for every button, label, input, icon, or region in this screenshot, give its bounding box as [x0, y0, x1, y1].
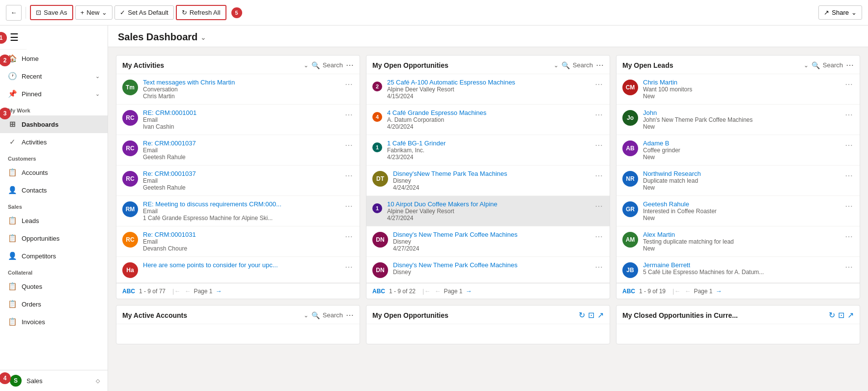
list-item[interactable]: JB Jermaine Berrett 5 Café Lite Espresso…	[616, 257, 860, 283]
opportunities-more-icon[interactable]: ⋯	[596, 60, 604, 70]
list-item[interactable]: Jo John John's New Theme Park Coffee Mac…	[616, 105, 860, 135]
item-more-icon[interactable]: ⋯	[844, 79, 854, 90]
item-sub1: Want 100 monitors	[643, 86, 839, 93]
activities-search-icon[interactable]: 🔍	[311, 61, 320, 69]
list-item[interactable]: DN Disney's New Theme Park Coffee Machin…	[366, 257, 610, 283]
sidebar-footer-sales[interactable]: S Sales ◇	[0, 370, 108, 391]
active-accounts-more-icon[interactable]: ⋯	[346, 310, 354, 320]
list-item[interactable]: RM RE: Meeting to discuss requirements C…	[116, 196, 360, 226]
opportunities-search-label[interactable]: Search	[573, 61, 593, 69]
next-page-icon[interactable]: →	[214, 287, 223, 295]
prev-page-icon[interactable]: ←	[433, 287, 442, 295]
list-item[interactable]: DT Disney'sNew Theme Park Tea Machines D…	[366, 166, 610, 196]
list-item[interactable]: DN Disney's New Theme Park Coffee Machin…	[366, 226, 610, 257]
item-more-icon[interactable]: ⋯	[344, 140, 354, 151]
dashboard-chevron-icon[interactable]: ⌄	[200, 33, 206, 41]
opp-expand-icon[interactable]: ⊡	[588, 310, 594, 320]
item-more-icon[interactable]: ⋯	[844, 231, 854, 242]
leads-search-icon[interactable]: 🔍	[812, 61, 820, 69]
closed-opp-open-icon[interactable]: ↗	[847, 310, 854, 320]
prev-page-icon[interactable]: ←	[183, 287, 192, 295]
sidebar-item-leads[interactable]: 📋 Leads	[0, 212, 108, 229]
sidebar-item-accounts[interactable]: 📋 Accounts	[0, 164, 108, 181]
list-item[interactable]: RC Re: CRM:0001037 Email Geetesh Rahule …	[116, 166, 360, 196]
first-page-icon[interactable]: |←	[171, 287, 181, 295]
list-item[interactable]: Tm Text messages with Chris Martin Conve…	[116, 74, 360, 105]
list-item[interactable]: RC RE: CRM:0001001 Email Ivan Cashin ⋯	[116, 105, 360, 135]
opp-refresh-icon[interactable]: ↻	[579, 310, 585, 320]
list-item[interactable]: CM Chris Martin Want 100 monitors New ⋯	[616, 74, 860, 105]
first-page-icon[interactable]: |←	[421, 287, 431, 295]
opportunities-search-icon[interactable]: 🔍	[561, 61, 570, 69]
opp-open-icon[interactable]: ↗	[597, 310, 604, 320]
activities-abc-link[interactable]: ABC	[122, 288, 135, 295]
item-more-icon[interactable]: ⋯	[344, 200, 354, 212]
list-item[interactable]: GR Geetesh Rahule Interested in Coffee R…	[616, 196, 860, 226]
save-as-button[interactable]: ⊡ Save As	[30, 5, 73, 20]
share-button[interactable]: ↗ Share ⌄	[818, 5, 862, 20]
leads-more-icon[interactable]: ⋯	[846, 60, 854, 70]
toolbar-separator	[26, 7, 26, 19]
sidebar-item-opportunities[interactable]: 📋 Opportunities	[0, 229, 108, 247]
item-more-icon[interactable]: ⋯	[594, 140, 604, 151]
activities-more-icon[interactable]: ⋯	[346, 60, 354, 70]
list-item[interactable]: Ha Here are some points to consider for …	[116, 257, 360, 283]
sidebar-item-competitors[interactable]: 👤 Competitors	[0, 247, 108, 265]
sidebar-item-dashboards[interactable]: ⊞ Dashboards	[0, 115, 108, 133]
item-info: 4 Café Grande Espresso Machines A. Datum…	[387, 109, 589, 130]
next-page-icon[interactable]: →	[714, 287, 723, 295]
item-more-icon[interactable]: ⋯	[844, 261, 854, 273]
active-accounts-search-icon[interactable]: 🔍	[311, 311, 320, 319]
leads-title-chevron[interactable]: ⌄	[804, 62, 809, 69]
item-more-icon[interactable]: ⋯	[594, 200, 604, 212]
item-more-icon[interactable]: ⋯	[344, 170, 354, 181]
set-as-default-button[interactable]: ✓ Set As Default	[114, 5, 173, 20]
active-accounts-chevron[interactable]: ⌄	[304, 312, 308, 319]
item-more-icon[interactable]: ⋯	[344, 79, 354, 90]
item-more-icon[interactable]: ⋯	[594, 170, 604, 181]
list-item[interactable]: 4 4 Café Grande Espresso Machines A. Dat…	[366, 105, 610, 135]
list-item[interactable]: RC Re: CRM:0001037 Email Geetesh Rahule …	[116, 135, 360, 166]
active-accounts-search-label[interactable]: Search	[323, 311, 343, 319]
sidebar-item-pinned[interactable]: 📌 Pinned ⌄	[0, 85, 108, 103]
sidebar-item-home[interactable]: 🏠 Home	[0, 50, 108, 67]
opportunities-abc-link[interactable]: ABC	[372, 288, 385, 295]
item-more-icon[interactable]: ⋯	[594, 231, 604, 242]
prev-page-icon[interactable]: ←	[683, 287, 692, 295]
item-more-icon[interactable]: ⋯	[594, 79, 604, 90]
leads-search-label[interactable]: Search	[823, 61, 843, 69]
activities-title-chevron[interactable]: ⌄	[304, 62, 308, 69]
first-page-icon[interactable]: |←	[672, 287, 681, 295]
sidebar-item-recent[interactable]: 🕐 Recent ⌄	[0, 67, 108, 85]
item-more-icon[interactable]: ⋯	[344, 109, 354, 120]
list-item[interactable]: 1 1 Café BG-1 Grinder Fabrikam, Inc. 4/2…	[366, 135, 610, 166]
sidebar-item-quotes[interactable]: 📋 Quotes	[0, 278, 108, 295]
closed-opp-refresh-icon[interactable]: ↻	[829, 310, 835, 320]
list-item[interactable]: RC Re: CRM:0001031 Email Devansh Choure …	[116, 226, 360, 257]
sidebar-item-orders[interactable]: 📋 Orders	[0, 295, 108, 313]
sidebar-item-activities[interactable]: ✓ Activities	[0, 133, 108, 151]
item-more-icon[interactable]: ⋯	[844, 109, 854, 120]
next-page-icon[interactable]: →	[464, 287, 473, 295]
item-more-icon[interactable]: ⋯	[844, 200, 854, 212]
activities-search-label[interactable]: Search	[323, 61, 343, 69]
closed-opp-expand-icon[interactable]: ⊡	[838, 310, 844, 320]
list-item[interactable]: 1 10 Airpot Duo Coffee Makers for Alpine…	[366, 196, 610, 226]
list-item[interactable]: AB Adame B Coffee grinder New ⋯	[616, 135, 860, 166]
list-item[interactable]: 2 25 Café A-100 Automatic Espresso Machi…	[366, 74, 610, 105]
sidebar-item-invoices[interactable]: 📋 Invoices	[0, 313, 108, 331]
refresh-button[interactable]: ↻ Refresh All	[176, 5, 226, 20]
item-more-icon[interactable]: ⋯	[594, 261, 604, 273]
leads-abc-link[interactable]: ABC	[622, 288, 635, 295]
item-more-icon[interactable]: ⋯	[844, 170, 854, 181]
item-more-icon[interactable]: ⋯	[844, 140, 854, 151]
new-button[interactable]: + New ⌄	[75, 5, 113, 20]
opportunities-title-chevron[interactable]: ⌄	[554, 62, 559, 69]
back-button[interactable]: ←	[6, 5, 22, 21]
list-item[interactable]: AM Alex Martin Testing duplicate matchin…	[616, 226, 860, 257]
sidebar-item-contacts[interactable]: 👤 Contacts	[0, 181, 108, 199]
item-more-icon[interactable]: ⋯	[594, 109, 604, 120]
item-more-icon[interactable]: ⋯	[344, 261, 354, 273]
list-item[interactable]: NR Northwind Research Duplicate match le…	[616, 166, 860, 196]
item-more-icon[interactable]: ⋯	[344, 231, 354, 242]
